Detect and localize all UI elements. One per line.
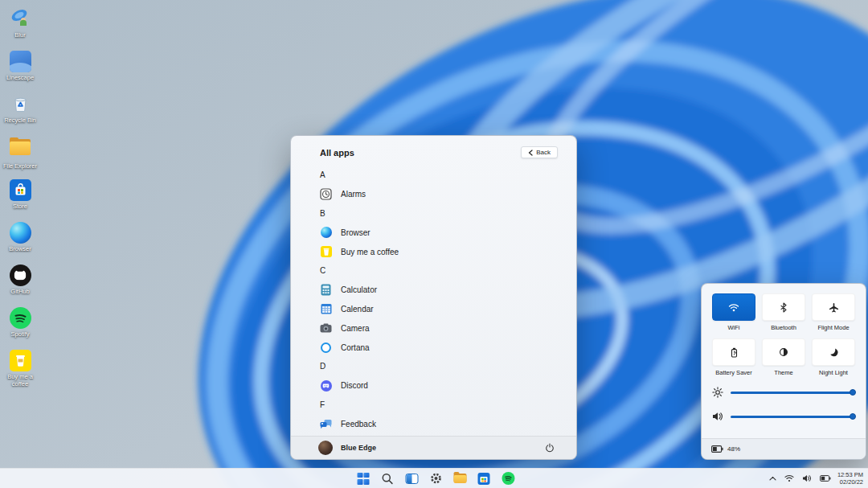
section-letter[interactable]: B: [320, 204, 562, 223]
volume-icon: [712, 412, 723, 421]
app-item-discord[interactable]: Discord: [320, 376, 562, 396]
spotify-taskbar-button[interactable]: [500, 470, 517, 487]
wifi-icon: [728, 303, 739, 312]
volume-thumb[interactable]: [850, 413, 856, 420]
start-menu-all-apps-panel: All apps Back A Alarms B Browser: [290, 135, 577, 460]
all-apps-list: A Alarms B Browser: [320, 166, 562, 433]
theme-icon: [779, 347, 788, 357]
user-avatar[interactable]: [318, 441, 333, 455]
desktop-icon-label: Recycle Bin: [2, 117, 39, 125]
volume-slider[interactable]: [712, 412, 855, 421]
app-item-buy-me-a-coffee[interactable]: Buy me a coffee: [320, 242, 562, 261]
tile-label: Night Light: [812, 369, 855, 376]
desktop-icon-label: File Explorer: [2, 163, 39, 170]
desktop-icon-label: GitHub: [2, 289, 39, 296]
linescape-icon: [10, 51, 31, 72]
tray-battery-button[interactable]: [818, 474, 833, 483]
taskbar-center-icons: [355, 469, 517, 488]
app-item-browser[interactable]: Browser: [320, 223, 562, 242]
theme-toggle[interactable]: [762, 338, 805, 366]
store-button[interactable]: [476, 470, 493, 487]
brightness-thumb[interactable]: [850, 389, 856, 396]
search-button[interactable]: [379, 470, 396, 487]
volume-track[interactable]: [731, 416, 855, 418]
clock[interactable]: 12:53 PM 02/20/22: [837, 471, 866, 486]
battery-icon: [711, 445, 723, 453]
app-item-label: Calendar: [341, 305, 374, 314]
app-item-calendar[interactable]: Calendar: [320, 300, 562, 319]
start-button[interactable]: [355, 470, 372, 487]
buy-me-a-coffee-icon: [320, 246, 332, 258]
user-name[interactable]: Blue Edge: [341, 444, 376, 452]
app-item-cortana[interactable]: Cortana: [320, 338, 562, 357]
discord-icon: [320, 379, 332, 392]
edge-browser-icon: [10, 222, 31, 244]
tray-time: 12:53 PM: [837, 471, 863, 478]
tray-chevron-up-button[interactable]: [768, 474, 778, 482]
desktop-icon-label: Browser: [2, 246, 39, 253]
tile-label: Bluetooth: [762, 324, 805, 331]
app-item-label: Browser: [341, 228, 371, 237]
desktop-icon-recycle-bin[interactable]: Recycle Bin: [2, 93, 39, 125]
desktop-icon-store[interactable]: Store: [2, 179, 39, 211]
section-letter[interactable]: A: [320, 166, 562, 185]
quick-settings-panel: WiFi Bluetooth Flight Mode: [701, 283, 866, 460]
power-button[interactable]: [542, 441, 557, 455]
desktop-icon-label: Blur: [2, 32, 39, 39]
flight-mode-toggle[interactable]: [812, 293, 855, 321]
search-icon: [382, 473, 394, 485]
buy-me-a-coffee-icon: [10, 350, 31, 371]
bluetooth-toggle[interactable]: [762, 293, 805, 321]
recycle-bin-icon: [10, 93, 31, 115]
tile-label: Battery Saver: [712, 369, 755, 376]
app-item-calculator[interactable]: Calculator: [320, 281, 562, 300]
windows-logo-icon: [358, 473, 370, 485]
battery-saver-toggle[interactable]: [712, 338, 755, 366]
back-button[interactable]: Back: [521, 146, 558, 158]
brightness-slider[interactable]: [712, 387, 855, 398]
desktop-icon-file-explorer[interactable]: File Explorer: [2, 137, 39, 170]
system-tray: 12:53 PM 02/20/22: [768, 469, 866, 488]
app-item-label: Alarms: [341, 190, 366, 199]
spotify-icon: [502, 472, 514, 485]
app-item-camera[interactable]: Camera: [320, 318, 562, 338]
start-menu-footer: Blue Edge: [291, 436, 576, 459]
calendar-icon: [320, 303, 332, 315]
edge-browser-icon: [320, 227, 332, 239]
wifi-toggle[interactable]: [712, 293, 755, 321]
desktop-icon-browser[interactable]: Browser: [2, 222, 39, 253]
tile-label: Theme: [762, 369, 805, 376]
tray-volume-button[interactable]: [800, 473, 813, 484]
desktop-icon-github[interactable]: GitHub: [2, 265, 39, 296]
section-letter[interactable]: C: [320, 261, 562, 281]
desktop-icon-spotify[interactable]: Spotify: [2, 307, 39, 338]
taskbar: 12:53 PM 02/20/22: [0, 468, 868, 488]
tray-date: 02/20/22: [837, 478, 863, 486]
task-view-button[interactable]: [403, 470, 420, 487]
tile-label: Flight Mode: [812, 324, 855, 331]
task-view-icon: [405, 474, 418, 484]
tile-label: WiFi: [712, 324, 755, 331]
crescent-moon-icon: [829, 347, 838, 357]
file-explorer-button[interactable]: [452, 470, 469, 487]
section-letter[interactable]: D: [320, 357, 562, 376]
app-item-label: Feedback: [341, 420, 376, 429]
app-item-alarms[interactable]: Alarms: [320, 185, 562, 204]
desktop-icon-label: Store: [2, 203, 39, 211]
desktop-icon-label: Spotify: [2, 331, 39, 338]
desktop-icon-buy-me-a-coffee[interactable]: Buy me a coffee: [2, 350, 39, 388]
tray-wifi-button[interactable]: [783, 473, 796, 484]
battery-saver-icon: [731, 347, 738, 358]
app-item-feedback[interactable]: Feedback: [320, 414, 562, 433]
desktop-icon-linescape[interactable]: Linescape: [2, 51, 39, 82]
desktop-icon-label: Buy me a coffee: [2, 374, 39, 388]
store-icon: [478, 473, 490, 485]
desktop-icon-blur[interactable]: Blur: [2, 8, 39, 39]
section-letter[interactable]: F: [320, 396, 562, 415]
brightness-track[interactable]: [731, 392, 855, 394]
app-item-label: Camera: [341, 324, 370, 333]
settings-button[interactable]: [428, 470, 444, 487]
night-light-toggle[interactable]: [812, 338, 855, 366]
battery-percentage[interactable]: 48%: [727, 445, 740, 453]
speaker-icon: [802, 474, 812, 482]
